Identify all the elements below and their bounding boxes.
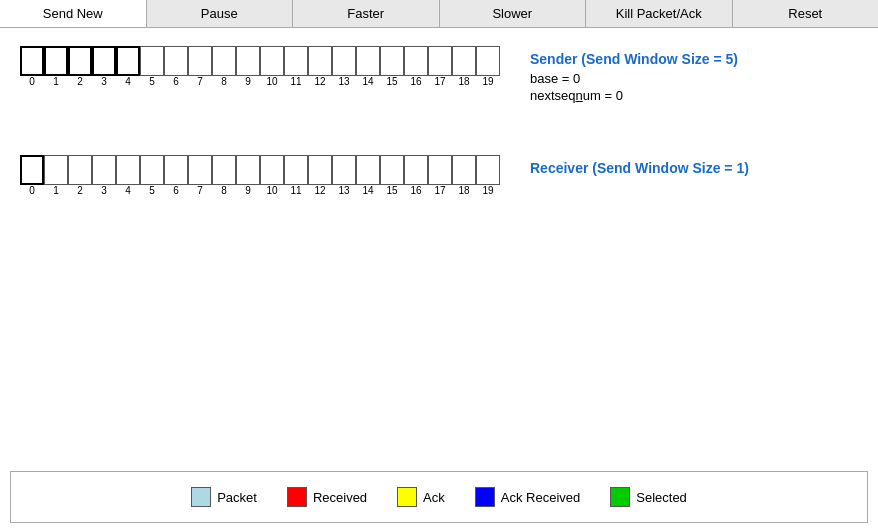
receiver-packet-num-14: 14 [356,185,380,196]
receiver-packet-num-16: 16 [404,185,428,196]
sender-packet-12[interactable] [308,46,332,76]
receiver-packet-6[interactable] [164,155,188,185]
receiver-packet-num-13: 13 [332,185,356,196]
sender-packet-num-11: 11 [284,76,308,87]
sender-packet-17[interactable] [428,46,452,76]
receiver-packet-num-0: 0 [20,185,44,196]
receiver-packet-num-1: 1 [44,185,68,196]
sender-packet-num-5: 5 [140,76,164,87]
sender-packet-row [20,46,500,76]
sender-packet-18[interactable] [452,46,476,76]
sender-packet-num-15: 15 [380,76,404,87]
receiver-packet-9[interactable] [236,155,260,185]
legend-received: Received [287,487,367,507]
sender-packet-14[interactable] [356,46,380,76]
sender-packet-0[interactable] [20,46,44,76]
sender-packet-num-18: 18 [452,76,476,87]
receiver-packet-0[interactable] [20,155,44,185]
receiver-packet-3[interactable] [92,155,116,185]
sender-packet-num-12: 12 [308,76,332,87]
receiver-packet-19[interactable] [476,155,500,185]
sender-packet-num-19: 19 [476,76,500,87]
send-new-button[interactable]: Send New [0,0,147,27]
sender-packet-5[interactable] [140,46,164,76]
sender-packet-num-17: 17 [428,76,452,87]
sender-packet-num-10: 10 [260,76,284,87]
receiver-packet-5[interactable] [140,155,164,185]
faster-button[interactable]: Faster [293,0,440,27]
slower-button[interactable]: Slower [440,0,587,27]
receiver-packet-num-15: 15 [380,185,404,196]
sender-packet-2[interactable] [68,46,92,76]
kill-packet-button[interactable]: Kill Packet/Ack [586,0,733,27]
sender-title: Sender (Send Window Size = 5) [530,51,738,67]
receiver-packet-numbers: 012345678910111213141516171819 [20,185,500,196]
receiver-packet-num-18: 18 [452,185,476,196]
sender-packet-num-6: 6 [164,76,188,87]
sender-packet-8[interactable] [212,46,236,76]
sender-packet-11[interactable] [284,46,308,76]
receiver-packet-10[interactable] [260,155,284,185]
receiver-packet-12[interactable] [308,155,332,185]
receiver-packet-14[interactable] [356,155,380,185]
sender-packet-15[interactable] [380,46,404,76]
sender-packet-num-9: 9 [236,76,260,87]
legend-ack: Ack [397,487,445,507]
selected-color-box [610,487,630,507]
ack-label: Ack [423,490,445,505]
sender-packet-6[interactable] [164,46,188,76]
receiver-packet-num-12: 12 [308,185,332,196]
receiver-packet-container: 012345678910111213141516171819 [20,155,500,196]
receiver-packet-num-2: 2 [68,185,92,196]
sender-packet-7[interactable] [188,46,212,76]
receiver-packet-7[interactable] [188,155,212,185]
selected-label: Selected [636,490,687,505]
receiver-packet-17[interactable] [428,155,452,185]
received-label: Received [313,490,367,505]
receiver-packet-16[interactable] [404,155,428,185]
sender-packet-container: 012345678910111213141516171819 [20,46,500,87]
receiver-packet-row [20,155,500,185]
reset-button[interactable]: Reset [733,0,879,27]
ack-received-label: Ack Received [501,490,580,505]
receiver-title: Receiver (Send Window Size = 1) [530,160,749,176]
sender-packet-num-8: 8 [212,76,236,87]
sender-section: 012345678910111213141516171819 Sender (S… [0,36,878,115]
receiver-packet-11[interactable] [284,155,308,185]
receiver-packet-13[interactable] [332,155,356,185]
sender-packet-1[interactable] [44,46,68,76]
sender-packet-10[interactable] [260,46,284,76]
sender-packet-3[interactable] [92,46,116,76]
pause-button[interactable]: Pause [147,0,294,27]
receiver-packet-4[interactable] [116,155,140,185]
ack-color-box [397,487,417,507]
receiver-packet-num-10: 10 [260,185,284,196]
receiver-packet-1[interactable] [44,155,68,185]
receiver-packet-num-6: 6 [164,185,188,196]
sender-info-panel: Sender (Send Window Size = 5) base = 0 n… [530,46,738,105]
legend-selected: Selected [610,487,687,507]
receiver-packet-15[interactable] [380,155,404,185]
sender-packet-9[interactable] [236,46,260,76]
receiver-packet-num-3: 3 [92,185,116,196]
packet-color-box [191,487,211,507]
toolbar: Send New Pause Faster Slower Kill Packet… [0,0,878,28]
receiver-info-panel: Receiver (Send Window Size = 1) [530,155,749,180]
legend: Packet Received Ack Ack Received Selecte… [10,471,868,523]
sender-packet-num-16: 16 [404,76,428,87]
receiver-packet-num-11: 11 [284,185,308,196]
receiver-packet-18[interactable] [452,155,476,185]
receiver-packet-num-19: 19 [476,185,500,196]
sender-packet-13[interactable] [332,46,356,76]
receiver-section: 012345678910111213141516171819 Receiver … [0,145,878,206]
sender-packet-16[interactable] [404,46,428,76]
sender-packet-num-2: 2 [68,76,92,87]
sender-packet-4[interactable] [116,46,140,76]
sender-packet-numbers: 012345678910111213141516171819 [20,76,500,87]
sender-packet-num-0: 0 [20,76,44,87]
sender-nextseqnum: nextseqnum = 0 [530,88,738,103]
receiver-packet-2[interactable] [68,155,92,185]
sender-packet-19[interactable] [476,46,500,76]
sender-packet-num-7: 7 [188,76,212,87]
receiver-packet-8[interactable] [212,155,236,185]
